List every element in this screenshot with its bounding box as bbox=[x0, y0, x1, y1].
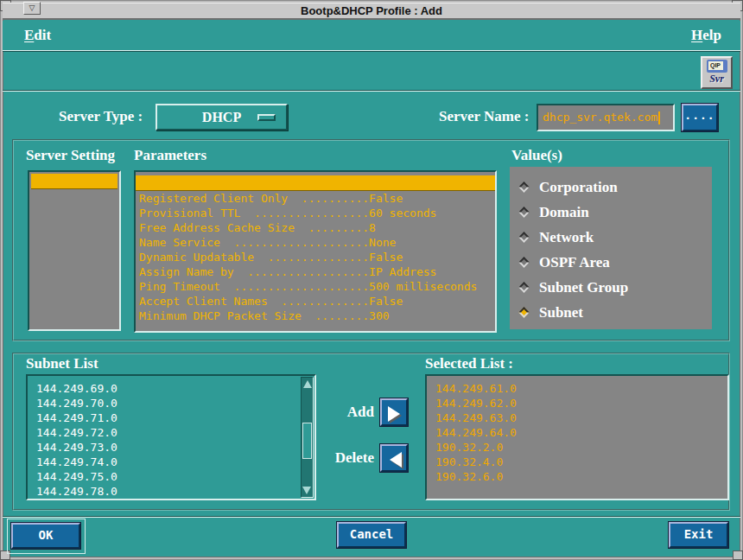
exit-button[interactable]: Exit bbox=[669, 522, 728, 548]
scroll-down-icon[interactable] bbox=[302, 487, 311, 494]
selected-list-header: Selected List : bbox=[425, 355, 513, 372]
subnet-item[interactable]: 144.249.71.0 bbox=[36, 410, 314, 425]
parameter-row[interactable]: Name Service ....................None bbox=[136, 235, 495, 250]
option-menu-indicator-icon bbox=[257, 114, 276, 121]
app-icon-button: QIP Svr bbox=[701, 56, 733, 89]
parameter-row[interactable]: Free Address Cache Size .........8 bbox=[136, 220, 495, 235]
subnet-item[interactable]: 144.249.75.0 bbox=[36, 469, 314, 484]
subnet-item[interactable]: 144.249.73.0 bbox=[36, 440, 314, 455]
selected-item[interactable]: 144.249.63.0 bbox=[435, 410, 727, 425]
parameter-row[interactable]: Accept Client Names .............False bbox=[136, 294, 495, 309]
parameter-row[interactable]: Provisional TTL .................60 seco… bbox=[136, 206, 495, 220]
value-option-subnet-group[interactable]: Subnet Group bbox=[510, 275, 712, 300]
add-label: Add bbox=[333, 404, 374, 421]
scrollbar-thumb[interactable] bbox=[302, 423, 312, 459]
radio-diamond-selected-icon bbox=[518, 307, 530, 318]
server-type-dropdown[interactable]: DHCP bbox=[156, 104, 288, 130]
parameters-list: Managed Range ...................Subnet … bbox=[134, 170, 497, 333]
browse-button[interactable]: .... bbox=[682, 104, 718, 131]
server-name-input[interactable]: dhcp_svr.qtek.com bbox=[537, 104, 675, 131]
title-bar[interactable]: Bootp&DHCP Profile : Add bbox=[3, 3, 740, 20]
add-button[interactable] bbox=[380, 398, 408, 426]
header-separator bbox=[3, 90, 740, 91]
qip-monitor-icon: QIP bbox=[707, 60, 727, 73]
cancel-button[interactable]: Cancel bbox=[337, 522, 406, 548]
server-setting-list: DHCP bbox=[28, 170, 121, 331]
server-setting-header: Server Setting bbox=[26, 147, 115, 164]
selected-item[interactable]: 190.32.4.0 bbox=[435, 455, 727, 469]
radio-diamond-icon bbox=[518, 232, 530, 243]
resize-handle-bottom-right[interactable] bbox=[733, 550, 743, 560]
menubar-separator bbox=[3, 50, 740, 51]
selected-list: 144.249.61.0 144.249.62.0 144.249.63.0 1… bbox=[425, 374, 729, 500]
window: Bootp&DHCP Profile : Add ▽ Edit Help QIP… bbox=[0, 0, 743, 560]
selected-item[interactable]: 144.249.62.0 bbox=[435, 396, 727, 410]
window-menu-icon: ▽ bbox=[29, 3, 35, 12]
delete-label: Delete bbox=[322, 449, 374, 467]
menu-help[interactable]: Help bbox=[691, 21, 721, 50]
value-option-corporation[interactable]: Corporation bbox=[510, 175, 712, 200]
parameters-header: Parameters bbox=[134, 147, 206, 164]
left-arrow-icon bbox=[390, 452, 402, 468]
values-header: Value(s) bbox=[511, 147, 562, 164]
parameter-row[interactable]: Ping Timeout ....................500 mil… bbox=[136, 279, 495, 294]
selected-item[interactable]: 144.249.64.0 bbox=[435, 425, 727, 440]
ok-button[interactable]: OK bbox=[11, 523, 80, 549]
subnet-item[interactable]: 144.249.72.0 bbox=[36, 425, 314, 440]
parameter-row[interactable]: Registered Client Only ..........False bbox=[136, 191, 495, 206]
subnet-list: 144.249.69.0 144.249.70.0 144.249.71.0 1… bbox=[26, 374, 316, 500]
value-option-subnet[interactable]: Subnet bbox=[510, 300, 712, 325]
subnet-list-scrollbar[interactable] bbox=[301, 377, 314, 498]
radio-diamond-icon bbox=[518, 282, 530, 293]
right-arrow-icon bbox=[388, 406, 400, 422]
value-option-network[interactable]: Network bbox=[510, 225, 712, 250]
parameter-row[interactable]: Managed Range ...................Subnet bbox=[136, 175, 495, 191]
server-setting-item[interactable]: DHCP bbox=[31, 174, 117, 189]
menu-edit[interactable]: Edit bbox=[24, 21, 51, 50]
window-menu-button[interactable]: ▽ bbox=[23, 2, 41, 15]
subnet-list-header: Subnet List bbox=[26, 355, 98, 372]
server-type-label: Server Type : bbox=[59, 108, 143, 125]
selected-item[interactable]: 144.249.61.0 bbox=[435, 381, 727, 396]
server-name-label: Server Name : bbox=[439, 108, 529, 125]
radio-diamond-icon bbox=[518, 257, 530, 268]
window-title: Bootp&DHCP Profile : Add bbox=[3, 3, 740, 19]
delete-button[interactable] bbox=[380, 444, 408, 472]
menu-bar: Edit Help bbox=[3, 21, 740, 50]
parameter-row[interactable]: Assign Name by ..................IP Addr… bbox=[136, 264, 495, 279]
server-type-value: DHCP bbox=[202, 110, 241, 124]
radio-diamond-icon bbox=[518, 181, 530, 193]
value-option-domain[interactable]: Domain bbox=[510, 200, 712, 225]
subnet-item[interactable]: 144.249.78.0 bbox=[36, 484, 314, 499]
selected-item[interactable]: 190.32.2.0 bbox=[435, 440, 727, 455]
subnet-item[interactable]: 144.249.69.0 bbox=[36, 381, 314, 396]
subnet-item[interactable]: 144.249.70.0 bbox=[36, 396, 314, 410]
parameter-row[interactable]: Minimum DHCP Packet Size ........300 bbox=[136, 309, 495, 323]
server-name-value: dhcp_svr.qtek.com bbox=[543, 111, 657, 124]
app-icon-caption: Svr bbox=[702, 73, 731, 85]
values-panel: Corporation Domain Network OSPF Area Sub… bbox=[510, 167, 712, 329]
selected-item[interactable]: 190.32.6.0 bbox=[435, 469, 727, 484]
button-row-separator bbox=[3, 516, 740, 517]
text-cursor bbox=[658, 111, 660, 124]
scroll-up-icon[interactable] bbox=[303, 380, 312, 388]
radio-diamond-icon bbox=[518, 207, 530, 218]
value-option-ospf-area[interactable]: OSPF Area bbox=[510, 250, 712, 275]
parameter-row[interactable]: Dynamic Updatable ...............False bbox=[136, 250, 495, 264]
subnet-item[interactable]: 144.249.74.0 bbox=[36, 455, 314, 469]
